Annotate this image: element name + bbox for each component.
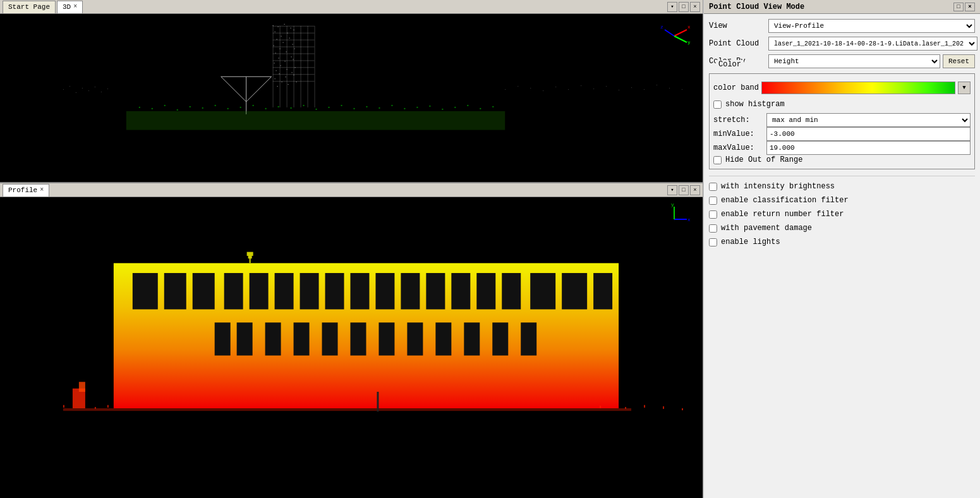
show-histogram-checkbox[interactable] — [713, 100, 722, 109]
svg-rect-154 — [682, 408, 683, 410]
svg-rect-146 — [63, 408, 631, 411]
panel-close-btn[interactable]: × — [965, 3, 975, 11]
svg-rect-120 — [250, 273, 269, 309]
pavement-checkbox[interactable] — [709, 224, 717, 233]
svg-rect-94 — [505, 89, 505, 90]
pointcloud-3d-svg — [0, 14, 703, 182]
tab-start-page[interactable]: Start Page — [3, 1, 56, 13]
close-3d-btn[interactable]: × — [690, 2, 700, 12]
svg-rect-15 — [286, 52, 287, 52]
svg-text:z: z — [660, 24, 663, 30]
maxvalue-input[interactable] — [766, 141, 971, 155]
pavement-label: with pavement damage — [721, 224, 812, 233]
restore-profile-btn[interactable]: □ — [679, 185, 689, 195]
svg-rect-71 — [316, 109, 317, 110]
svg-rect-48 — [294, 26, 294, 107]
svg-rect-147 — [63, 405, 64, 408]
svg-rect-1 — [273, 25, 274, 26]
svg-rect-140 — [378, 322, 394, 355]
svg-rect-142 — [435, 322, 451, 355]
svg-rect-107 — [669, 88, 670, 88]
svg-rect-98 — [555, 87, 556, 87]
tab-bar-profile: Profile × ▾ □ × — [0, 183, 703, 197]
canvas-3d[interactable]: x y z — [0, 14, 703, 182]
svg-rect-2 — [278, 27, 279, 27]
view-3d-panel: Start Page 3D × ▾ □ × — [0, 0, 703, 183]
colorby-row: Color By Height Reset — [709, 54, 975, 68]
svg-rect-47 — [287, 26, 287, 107]
reset-button[interactable]: Reset — [943, 54, 975, 68]
main-viewport: Start Page 3D × ▾ □ × — [0, 0, 703, 498]
axis-profile-svg: x y — [658, 203, 690, 235]
svg-rect-22 — [293, 59, 294, 59]
view-select[interactable]: View-Profile — [768, 19, 975, 33]
svg-rect-149 — [107, 405, 109, 408]
hide-out-of-range-checkbox[interactable] — [713, 156, 722, 164]
intensity-checkbox[interactable] — [709, 183, 717, 191]
svg-rect-124 — [351, 273, 370, 309]
svg-rect-93 — [107, 88, 108, 89]
svg-rect-153 — [663, 406, 664, 409]
svg-rect-56 — [126, 111, 505, 130]
svg-rect-64 — [227, 108, 229, 109]
svg-rect-108 — [682, 89, 682, 90]
svg-rect-145 — [521, 322, 536, 355]
tab-controls-profile: ▾ □ × — [667, 185, 700, 195]
svg-rect-81 — [442, 109, 443, 110]
color-band-display[interactable] — [761, 82, 955, 94]
svg-line-111 — [665, 30, 674, 36]
panel-restore-btn[interactable]: □ — [953, 3, 964, 11]
tab-profile-close-icon[interactable]: × — [40, 187, 44, 193]
svg-rect-29 — [286, 76, 286, 77]
svg-rect-3 — [284, 24, 285, 25]
panel-title-bar: Point Cloud View Mode □ × — [704, 0, 980, 14]
canvas-profile[interactable]: x y — [0, 197, 703, 498]
return-number-checkbox[interactable] — [709, 210, 717, 219]
classification-checkbox[interactable] — [709, 197, 717, 205]
svg-rect-19 — [291, 56, 292, 57]
svg-text:x: x — [687, 24, 690, 30]
svg-rect-79 — [416, 107, 418, 108]
stretch-select[interactable]: max and min — [766, 113, 971, 127]
colorby-select[interactable]: Height — [768, 54, 940, 68]
pointcloud-profile-svg — [0, 197, 703, 498]
lights-checkbox[interactable] — [709, 238, 717, 246]
minimize-profile-btn[interactable]: ▾ — [667, 185, 677, 195]
lights-label: enable lights — [721, 238, 780, 246]
svg-rect-123 — [325, 273, 344, 309]
panel-content: View View-Profile Point Cloud laser_1_20… — [704, 14, 980, 252]
svg-text:y: y — [687, 39, 690, 45]
pointcloud-select[interactable]: laser_1_2021-10-18-14-00-28-1-9.LiData.l… — [768, 37, 977, 51]
svg-rect-70 — [303, 105, 305, 106]
svg-line-109 — [674, 30, 687, 36]
tab-3d-close-icon[interactable]: × — [73, 4, 77, 10]
svg-rect-86 — [63, 89, 64, 90]
svg-rect-134 — [215, 322, 231, 355]
minvalue-input[interactable] — [766, 127, 971, 141]
svg-rect-101 — [593, 88, 594, 89]
svg-rect-130 — [502, 273, 521, 309]
color-group-title: Color — [716, 60, 744, 69]
svg-rect-85 — [492, 106, 493, 107]
color-band-dropdown-btn[interactable]: ▼ — [958, 82, 971, 94]
close-profile-btn[interactable]: × — [690, 185, 700, 195]
svg-rect-122 — [300, 273, 319, 309]
svg-rect-30 — [275, 78, 275, 79]
svg-rect-97 — [543, 90, 543, 91]
svg-rect-77 — [391, 105, 392, 106]
restore-3d-btn[interactable]: □ — [679, 2, 689, 12]
svg-rect-131 — [530, 273, 555, 309]
svg-rect-90 — [88, 90, 89, 91]
svg-rect-92 — [101, 92, 102, 92]
svg-rect-13 — [293, 44, 293, 45]
hide-out-of-range-row: Hide Out of Range — [713, 155, 971, 165]
minimize-3d-btn[interactable]: ▾ — [667, 2, 677, 12]
svg-rect-126 — [401, 273, 420, 309]
svg-rect-76 — [378, 107, 380, 109]
tab-profile[interactable]: Profile × — [3, 184, 49, 197]
divider-1 — [709, 176, 975, 176]
tab-3d[interactable]: 3D × — [57, 1, 83, 13]
svg-rect-100 — [581, 85, 581, 86]
svg-rect-12 — [274, 46, 274, 46]
svg-text:y: y — [671, 203, 674, 207]
